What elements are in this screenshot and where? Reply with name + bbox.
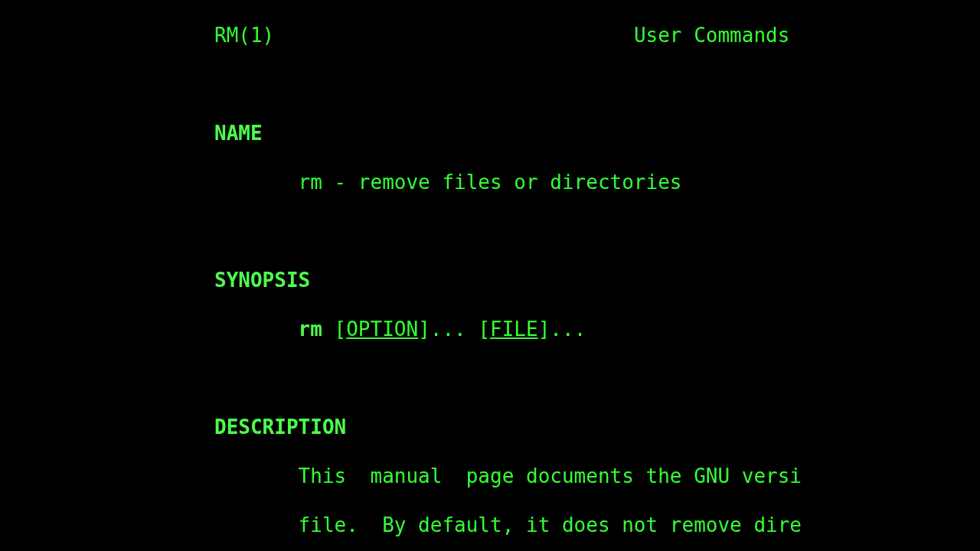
desc-p1b: file. By default, it does not remove dir… bbox=[214, 513, 980, 537]
synopsis-arg-file: FILE bbox=[490, 318, 538, 341]
section-synopsis-heading: SYNOPSIS bbox=[214, 268, 980, 292]
header-row: RM(1) User Commands bbox=[214, 23, 980, 47]
header-center: User Commands bbox=[634, 24, 790, 47]
desc-p1a: This manual page documents the GNU versi bbox=[214, 464, 980, 488]
section-description-heading: DESCRIPTION bbox=[214, 415, 980, 439]
synopsis-arg-option: OPTION bbox=[346, 318, 418, 341]
synopsis-cmd: rm bbox=[299, 318, 322, 341]
section-name-heading: NAME bbox=[214, 121, 980, 145]
synopsis-line: rm [OPTION]... [FILE]... bbox=[214, 317, 980, 341]
man-page[interactable]: RM(1) User Commands NAME rm - remove fil… bbox=[214, 23, 980, 551]
name-body: rm - remove files or directories bbox=[214, 170, 980, 194]
header-left: RM(1) bbox=[214, 24, 274, 47]
